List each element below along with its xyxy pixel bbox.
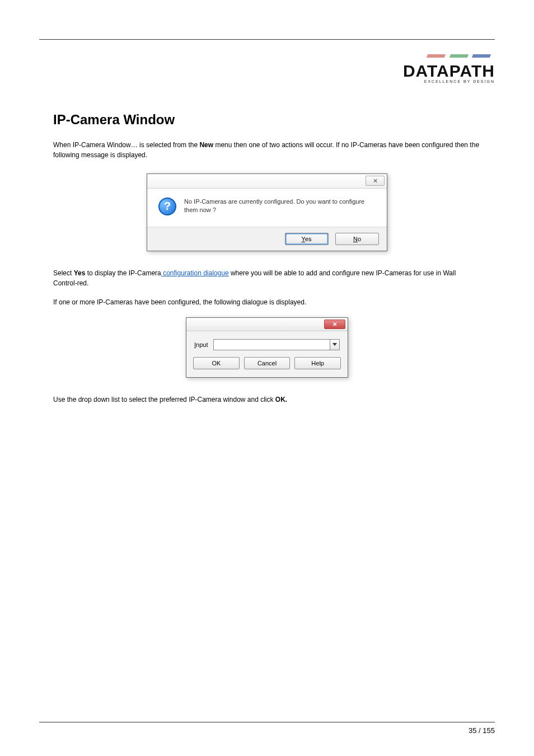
brand-header: DATAPATH EXCELLENCE BY DESIGN [403,50,495,83]
top-rule [39,39,495,40]
paragraph-yes: Select Yes to display the IP-Camera conf… [53,268,481,288]
stripe-blue [472,54,491,58]
label-rest: nput [196,341,208,348]
paragraph-use-dropdown: Use the drop down list to select the pre… [53,395,481,405]
question-icon [158,198,176,215]
bottom-rule [39,722,495,722]
text-bold-yes: Yes [74,269,86,277]
logo-stripes [425,50,490,60]
content-area: IP-Camera Window When IP-Camera Window… … [53,112,481,414]
text: Use the drop down list to select the pre… [53,396,275,403]
close-button[interactable]: ✕ [324,320,345,329]
confirm-dialog: ✕ No IP-Cameras are currently configured… [147,173,387,251]
dialog-footer: OK Cancel Help [186,355,348,377]
ok-button[interactable]: OK [193,357,240,369]
configuration-dialogue-link[interactable]: configuration dialogue [161,269,229,277]
dialog-footer: Yes No [147,227,387,251]
intro-paragraph: When IP-Camera Window… is selected from … [53,140,481,160]
no-button[interactable]: No [335,233,379,245]
page-number: 35 / 155 [469,726,495,735]
yes-button[interactable]: Yes [285,233,329,245]
text: Select [53,269,74,277]
dialog-message: No IP-Cameras are currently configured. … [184,198,376,215]
dialog-body: No IP-Cameras are currently configured. … [147,189,387,227]
text-bold-ok: OK. [275,396,287,403]
input-label: Input [194,341,208,348]
dialog-body: Input [186,331,348,355]
text-bold-new: New [199,141,213,149]
text: to display the IP-Camera [85,269,161,277]
chevron-down-icon [330,340,339,350]
close-icon: ✕ [373,177,378,184]
dialog-titlebar: ✕ [147,174,387,189]
input-dropdown[interactable] [213,339,340,350]
stripe-green [449,54,468,58]
brand-wordmark: DATAPATH [403,62,495,81]
help-button[interactable]: Help [294,357,341,369]
stripe-red [427,54,446,58]
page-title: IP-Camera Window [53,112,481,128]
close-button[interactable]: ✕ [366,176,385,186]
mnemonic: N [353,236,358,242]
close-icon: ✕ [332,321,337,327]
cancel-button[interactable]: Cancel [244,357,291,369]
text: When IP-Camera Window… is selected from … [53,141,199,149]
input-select-dialog: ✕ Input OK Cancel Help [186,317,348,378]
btn-rest: es [305,236,312,242]
paragraph-configured: If one or more IP-Cameras have been conf… [53,297,481,307]
btn-rest: o [358,236,361,242]
document-page: DATAPATH EXCELLENCE BY DESIGN IP-Camera … [0,0,534,756]
dialog-titlebar: ✕ [186,318,348,331]
